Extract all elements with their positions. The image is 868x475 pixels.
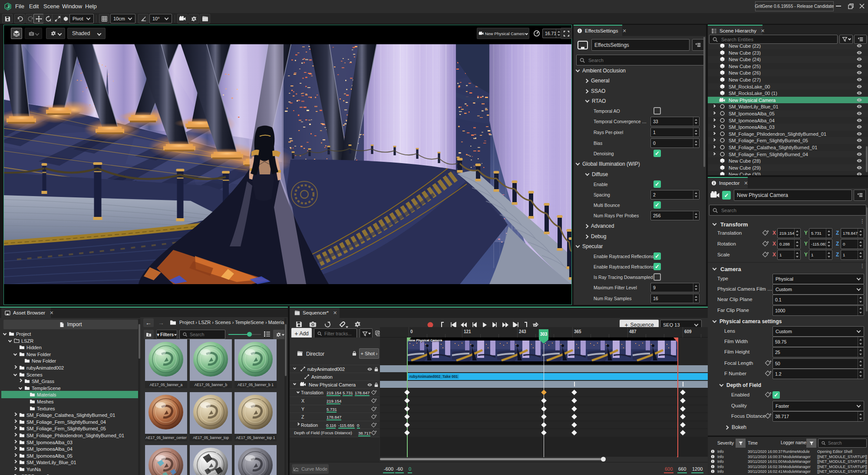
svg-text:303: 303 (540, 332, 548, 337)
